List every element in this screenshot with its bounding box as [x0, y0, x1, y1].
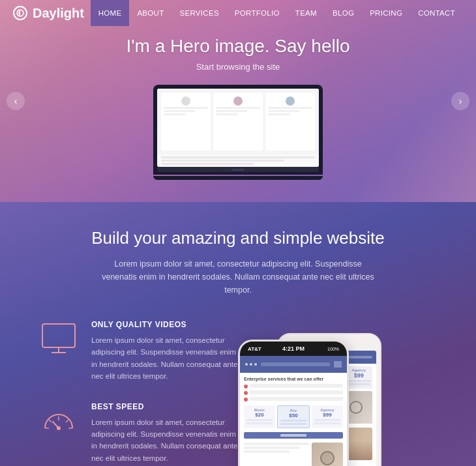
hero-title: I'm a Hero image. Say hello: [0, 36, 476, 57]
screen-card-3: [265, 93, 315, 151]
feature-icon-monitor: [39, 320, 78, 359]
laptop-base: [153, 176, 323, 180]
features-left: ONLY QUALITY VIDEOS Lorem ipsum dolor si…: [39, 320, 238, 466]
feature-item-speed: BEST SPEED Lorem ipsum dolor sit amet, c…: [39, 402, 238, 465]
list-line: [250, 384, 343, 388]
nav-services[interactable]: SERVICES: [172, 0, 227, 26]
phone-dot-1: [245, 363, 248, 366]
feature-icon-speed: [39, 402, 78, 441]
laptop-bottom: [157, 167, 319, 172]
nav-portfolio[interactable]: PORTFOLIO: [227, 0, 288, 26]
main-nav: HOME ABOUT SERVICES PORTFOLIO TEAM BLOG …: [91, 0, 463, 26]
list-bullet: [244, 398, 248, 401]
list-bullet: [244, 391, 248, 395]
phone-battery: 100%: [327, 347, 339, 351]
phone-carrier: AT&T: [248, 346, 261, 352]
feature-item-videos: ONLY QUALITY VIDEOS Lorem ipsum dolor si…: [39, 320, 238, 383]
feature-desc-speed: Lorem ipsum dolor sit amet, consectetur …: [91, 416, 238, 465]
screen-card-1: [161, 93, 211, 151]
phone-screen-body: Enterprise services that we can offer: [240, 373, 347, 466]
price-basic: $20: [246, 412, 273, 418]
phone-app-header: [240, 356, 347, 373]
nav-blog[interactable]: BLOG: [325, 0, 362, 26]
features-subtitle: Lorem ipsum dolor sit amet, consectetur …: [101, 257, 375, 297]
nav-team[interactable]: TEAM: [288, 0, 325, 26]
price-agency: $99: [314, 412, 340, 418]
phone-dot-2: [250, 363, 252, 366]
feature-desc-videos: Lorem ipsum dolor sit amet, consectetur …: [91, 334, 238, 383]
hero-subtitle: Start browsing the site: [0, 62, 476, 72]
screen-card-2: [213, 93, 263, 151]
svg-rect-1: [42, 324, 75, 347]
phone-time: 4:21 PM: [282, 345, 305, 352]
feature-text-videos: ONLY QUALITY VIDEOS Lorem ipsum dolor si…: [91, 320, 238, 383]
nav-about[interactable]: ABOUT: [129, 0, 171, 26]
svg-line-6: [66, 420, 68, 422]
site-header: Daylight HOME ABOUT SERVICES PORTFOLIO T…: [0, 0, 476, 26]
feature-heading-speed: BEST SPEED: [91, 402, 238, 411]
speed-icon: [40, 405, 78, 439]
price-pro: $50: [280, 413, 306, 418]
phone-front: AT&T 4:21 PM 100% Enterprise se: [238, 340, 349, 466]
nav-home[interactable]: HOME: [91, 0, 130, 26]
features-title: Build your amazing and simple website: [39, 228, 437, 248]
laptop-screen: [157, 89, 319, 167]
hero-content: I'm a Hero image. Say hello Start browsi…: [0, 0, 476, 180]
features-section: Build your amazing and simple website Lo…: [0, 202, 476, 466]
cta-button-inner: [280, 434, 306, 437]
features-right: Starter $20 Pro $50: [238, 320, 437, 466]
svg-point-10: [57, 426, 61, 430]
feature-text-speed: BEST SPEED Lorem ipsum dolor sit amet, c…: [91, 402, 238, 465]
list-line: [250, 397, 343, 401]
logo-text: Daylight: [33, 6, 84, 21]
phone-status-bar: AT&T 4:21 PM 100%: [240, 342, 347, 356]
logo[interactable]: Daylight: [13, 6, 84, 21]
feature-heading-videos: ONLY QUALITY VIDEOS: [91, 320, 238, 329]
list-bullet: [244, 385, 248, 388]
list-line: [250, 390, 343, 394]
laptop-frame: [153, 85, 323, 175]
monitor-icon: [40, 323, 78, 357]
hero-next-button[interactable]: ›: [451, 92, 469, 110]
watch-image: [312, 443, 343, 466]
svg-line-5: [49, 420, 52, 422]
logo-icon: [13, 6, 27, 20]
hero-laptop: [153, 85, 323, 180]
logo-symbol: [16, 8, 25, 18]
hero-prev-button[interactable]: ‹: [7, 92, 25, 110]
phone-dot-3: [254, 363, 257, 366]
features-grid: ONLY QUALITY VIDEOS Lorem ipsum dolor si…: [39, 320, 437, 466]
laptop-screen-inner: [157, 89, 319, 154]
nav-contact[interactable]: CONTACT: [410, 0, 463, 26]
nav-pricing[interactable]: PRICING: [362, 0, 410, 26]
